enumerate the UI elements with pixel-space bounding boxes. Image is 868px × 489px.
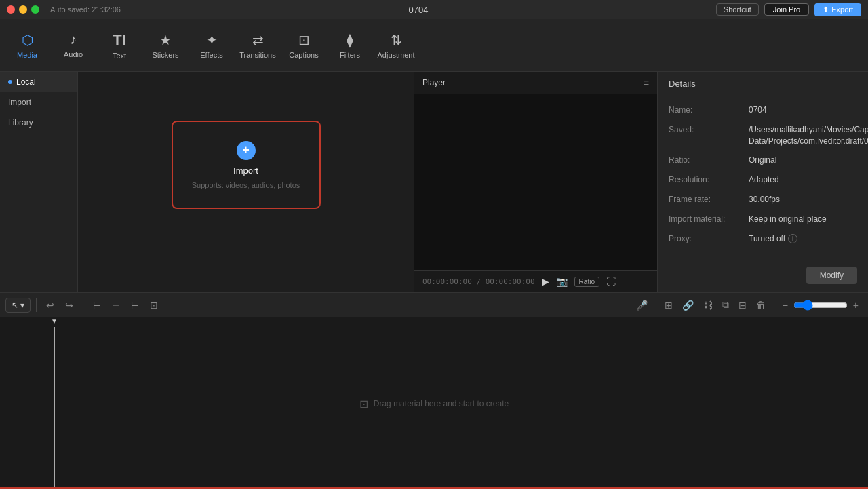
import-plus-icon: + [237,141,256,160]
adjustment-icon: ⇅ [391,32,402,48]
selector-chevron: ▾ [20,300,24,310]
detail-label-import-material: Import material: [669,214,743,225]
detail-value-import-material: Keep in original place [749,214,857,225]
detail-label-proxy: Proxy: [669,233,743,245]
detail-value-ratio: Original [749,155,857,166]
join-pro-button[interactable]: Join Pro [764,3,809,16]
tool-audio[interactable]: ♪ Audio [52,24,95,67]
tool-stickers[interactable]: ★ Stickers [144,24,187,67]
details-body: Name: 0704 Saved: /Users/mallikadhyani/M… [658,96,868,267]
tool-captions[interactable]: ⊡ Captions [282,24,326,67]
detail-label-name: Name: [669,104,743,116]
detail-row-framerate: Frame rate: 30.00fps [669,194,857,206]
undo-button[interactable]: ↩ [42,297,58,313]
timeline-cursor [54,317,56,489]
redo-button[interactable]: ↪ [61,297,77,313]
player-viewport [414,94,657,270]
pip-button[interactable]: ⧉ [718,296,733,313]
tool-effects[interactable]: ✦ Effects [190,24,233,67]
drag-hint-icon: ⊡ [359,397,368,410]
media-icon: ⬡ [22,32,33,48]
sidebar-item-import[interactable]: Import [0,92,77,113]
detail-value-name: 0704 [749,104,857,116]
cursor-icon: ↖ [12,300,18,310]
crop-button[interactable]: ⊡ [146,297,162,313]
proxy-info: Turned off i [749,233,797,245]
media-content-area: + Import Supports: videos, audios, photo… [78,72,414,292]
toolbar-separator-3 [656,298,656,312]
zoom-in-button[interactable]: + [849,297,863,313]
play-button[interactable]: ▶ [542,276,549,287]
filters-icon: ⧫ [347,32,353,48]
sidebar-item-local[interactable]: Local [0,72,77,92]
delete-button[interactable]: 🗑 [752,297,770,313]
maximize-button[interactable] [31,5,39,14]
autosave-label: Auto saved: 21:32:06 [50,5,121,14]
tool-filters[interactable]: ⧫ Filters [328,24,372,67]
trim-left-button[interactable]: ⊣ [108,297,124,313]
titlebar: Auto saved: 21:32:06 0704 Shortcut Join … [0,0,868,19]
zoom-out-button[interactable]: − [778,297,792,313]
split-button[interactable]: ⊢ [89,297,105,313]
traffic-lights [7,5,39,14]
player-panel: Player ≡ 00:00:00:00 / 00:00:00:00 ▶ 📷 R… [414,72,658,292]
timeline-area[interactable]: ⊡ Drag material here and start to create [0,317,868,489]
detail-row-resolution: Resolution: Adapted [669,174,857,186]
close-button[interactable] [7,5,15,14]
detail-label-framerate: Frame rate: [669,194,743,206]
player-header: Player ≡ [414,72,657,94]
tool-adjustment[interactable]: ⇅ Adjustment [374,24,418,67]
unlink-button[interactable]: ⛓ [699,297,717,313]
toolbar-separator-2 [83,298,83,312]
shortcut-button[interactable]: Shortcut [716,3,759,16]
mic-button[interactable]: 🎤 [632,297,652,313]
player-menu-button[interactable]: ≡ [644,77,649,88]
detail-value-saved: /Users/mallikadhyani/Movies/CapCut/User … [749,124,868,147]
zoom-slider[interactable] [793,300,848,311]
effects-icon: ✦ [206,32,218,48]
fullscreen-button[interactable]: ⛶ [606,276,616,287]
modify-button[interactable]: Modify [806,267,857,284]
screenshot-button[interactable]: 📷 [556,276,568,287]
export-icon: ⬆ [823,5,829,14]
link-button[interactable]: 🔗 [678,297,698,313]
proxy-info-icon[interactable]: i [788,234,797,243]
tool-media[interactable]: ⬡ Media [5,24,49,67]
stickers-icon: ★ [159,32,172,48]
text-icon: TI [113,31,126,49]
tool-transitions[interactable]: ⇄ Transitions [236,24,279,67]
right-toolbar-group: 🎤 ⊞ 🔗 ⛓ ⧉ ⊟ 🗑 − + [632,296,863,313]
export-button[interactable]: ⬆ Export [814,3,861,16]
sidebar-item-library[interactable]: Library [0,113,77,133]
bottom-area: ↖ ▾ ↩ ↪ ⊢ ⊣ ⊢ ⊡ 🎤 ⊞ 🔗 ⛓ ⧉ ⊟ 🗑 − + [0,292,868,489]
drag-hint: ⊡ Drag material here and start to create [359,397,509,410]
detail-value-framerate: 30.00fps [749,194,857,206]
player-title: Player [422,78,446,87]
toolbar-separator-1 [36,298,37,312]
minimize-button[interactable] [19,5,27,14]
active-dot [8,80,12,84]
detail-row-ratio: Ratio: Original [669,155,857,166]
detail-row-saved: Saved: /Users/mallikadhyani/Movies/CapCu… [669,124,857,147]
titlebar-actions: Shortcut Join Pro ⬆ Export [716,3,861,16]
player-controls: 00:00:00:00 / 00:00:00:00 ▶ 📷 Ratio ⛶ [414,270,657,292]
detail-label-resolution: Resolution: [669,174,743,186]
toolbar-separator-4 [774,298,774,312]
ratio-button[interactable]: Ratio [574,277,599,287]
details-panel: Details Name: 0704 Saved: /Users/mallika… [658,72,868,292]
selector-button[interactable]: ↖ ▾ [5,298,31,313]
import-drop-box[interactable]: + Import Supports: videos, audios, photo… [172,121,321,209]
transitions-icon: ⇄ [252,32,264,48]
subtitle-button[interactable]: ⊟ [734,297,751,313]
tool-text[interactable]: TI Text [98,24,141,67]
left-panel: Local Import Library [0,72,78,292]
player-timecode: 00:00:00:00 / 00:00:00:00 [422,277,535,286]
snap-button[interactable]: ⊞ [660,297,677,313]
main-toolbar: ⬡ Media ♪ Audio TI Text ★ Stickers ✦ Eff… [0,19,868,72]
details-header: Details [658,72,868,96]
project-title: 0704 [408,5,428,15]
trim-right-button[interactable]: ⊢ [127,297,143,313]
detail-value-proxy: Turned off [749,233,785,245]
audio-icon: ♪ [70,32,77,47]
detail-value-resolution: Adapted [749,174,857,186]
